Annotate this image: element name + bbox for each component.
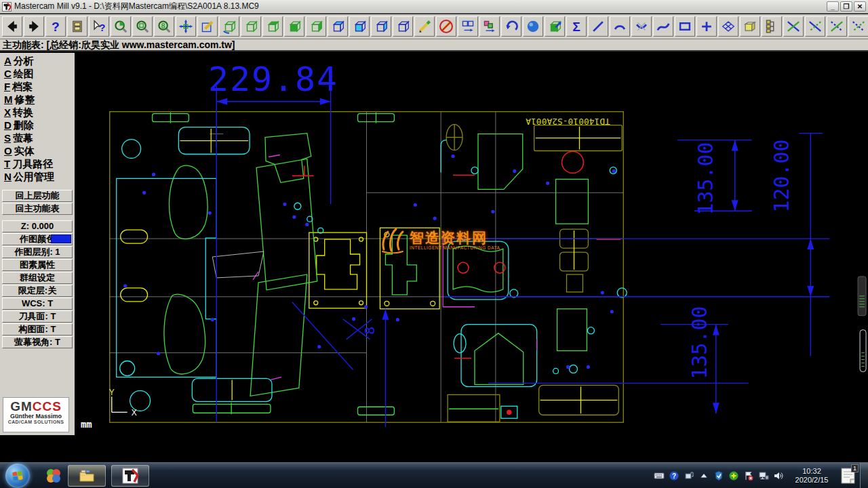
close-button[interactable]: ✕ — [854, 1, 866, 12]
rectangle-button[interactable] — [675, 16, 695, 37]
cplane-iso-button[interactable] — [393, 16, 413, 37]
window-title: Mastercam Mill v9.1 - D:\资料网Mastercam编程\… — [14, 1, 259, 12]
gview-side-button[interactable] — [306, 16, 326, 37]
delete-pencil-button[interactable] — [414, 16, 435, 37]
cplane-front-button[interactable] — [349, 16, 370, 37]
back-main-menu[interactable]: 回主功能表 — [2, 203, 73, 215]
network-tray-icon[interactable] — [757, 470, 769, 481]
fit-screen-button[interactable] — [176, 16, 196, 37]
file-cabinet-button[interactable] — [67, 16, 87, 37]
sigma-button[interactable]: Σ — [566, 16, 587, 37]
taskbar-clock[interactable]: 10:32 2020/2/15 — [787, 467, 837, 485]
sticky-note-icon[interactable]: 1 — [840, 466, 857, 485]
dim-right-lower: 135.00 — [688, 306, 711, 380]
action-flag-tray-icon[interactable] — [743, 470, 754, 481]
analyze-button[interactable]: ? — [89, 16, 109, 37]
solid-box-button[interactable] — [740, 16, 760, 37]
dim-right-upper: 135.00 — [694, 142, 717, 215]
point-button[interactable] — [696, 16, 717, 37]
note-badge: 1 — [851, 464, 859, 472]
green-plus-tray-icon[interactable] — [728, 470, 739, 481]
tool-plane[interactable]: 刀具面: T — [2, 310, 73, 323]
sidebar-item-c[interactable]: C绘图 — [1, 67, 73, 80]
levels-button[interactable] — [762, 16, 782, 37]
start-button[interactable] — [5, 464, 30, 488]
cad-drawing: 229.84 135.00 120.00 135.00 8 TD140010-S… — [75, 53, 868, 462]
volume-tray-icon[interactable] — [772, 470, 784, 481]
limit-level[interactable]: 限定层:关 — [2, 285, 73, 297]
dynamic-rotate-button[interactable] — [219, 16, 239, 37]
sidebar-item-n[interactable]: N公用管理 — [1, 170, 73, 183]
shade-sphere-button[interactable] — [523, 16, 543, 37]
draw-color-swatch[interactable] — [51, 235, 71, 243]
folder-icon — [78, 467, 96, 485]
sidebar-item-d[interactable]: D删除 — [1, 119, 73, 131]
forward-button[interactable] — [24, 16, 44, 37]
axis-y-label: Y — [109, 388, 115, 397]
svg-text:Σ: Σ — [572, 20, 580, 34]
title-bar: Mastercam Mill v9.1 - D:\资料网Mastercam编程\… — [0, 0, 868, 14]
zoom-eight-button[interactable]: 8 — [154, 16, 174, 37]
sidebar-item-f[interactable]: F档案 — [1, 80, 73, 93]
group-settings[interactable]: 群组设定 — [2, 272, 73, 284]
restore-window-tray-icon[interactable] — [683, 470, 694, 481]
sidebar-item-x[interactable]: X转换 — [1, 106, 73, 119]
ime-help-tray-icon[interactable]: ? — [668, 470, 679, 481]
repaint-button[interactable] — [197, 16, 218, 37]
draw-level[interactable]: 作图层别: 1 — [2, 246, 73, 258]
trim-divide-button[interactable] — [827, 16, 847, 37]
help-button[interactable]: ? — [45, 16, 66, 37]
trim-two-button[interactable] — [805, 16, 825, 37]
cplane-side-button[interactable] — [371, 16, 391, 37]
back-up-level[interactable]: 回上层功能 — [2, 190, 73, 202]
dim-small: 8 — [362, 327, 378, 335]
sidebar-item-a[interactable]: A分析 — [1, 54, 73, 67]
chevron-up-tray-icon[interactable] — [698, 470, 709, 481]
minimize-button[interactable]: _ — [827, 1, 839, 12]
arc-button[interactable] — [610, 16, 630, 37]
trim-break-button[interactable] — [848, 16, 868, 37]
entity-attributes[interactable]: 图素属性 — [2, 259, 73, 271]
taskbar-explorer-button[interactable] — [68, 465, 106, 487]
spline-button[interactable] — [653, 16, 673, 37]
edge-widgets — [858, 277, 866, 372]
zoom-window-button[interactable] — [132, 16, 153, 37]
show-desktop-button[interactable] — [860, 463, 868, 488]
browser-quick-icon[interactable] — [45, 467, 62, 485]
construction-plane[interactable]: 构图面: T — [2, 323, 73, 336]
copy-entities-button[interactable] — [479, 16, 500, 37]
graphics-canvas[interactable]: 229.84 135.00 120.00 135.00 8 TD140010-S… — [75, 53, 868, 462]
gview-top-button[interactable] — [262, 16, 283, 37]
undelete-button[interactable] — [436, 16, 456, 37]
svg-text:?: ? — [671, 472, 675, 479]
graphics-view[interactable]: 萤幕视角: T — [2, 336, 73, 348]
surface-patch-button[interactable] — [718, 16, 738, 37]
shield-tray-icon[interactable] — [713, 470, 724, 481]
gview-iso-button[interactable] — [241, 16, 261, 37]
sidebar-item-s[interactable]: S萤幕 — [1, 131, 73, 144]
undo-button[interactable] — [501, 16, 521, 37]
gview-front-button[interactable] — [284, 16, 304, 37]
back-button[interactable] — [2, 16, 22, 37]
sidebar-menu: A分析C绘图F档案M修整X转换D删除S萤幕O实体T刀具路径N公用管理 — [1, 54, 73, 183]
restore-button[interactable]: ❐ — [840, 1, 852, 12]
keyboard-tray-icon[interactable] — [653, 470, 665, 481]
sidebar-item-m[interactable]: M修整 — [1, 93, 73, 106]
draw-color[interactable]: 作图颜色 — [2, 233, 73, 245]
wcs[interactable]: WCS: T — [2, 298, 73, 310]
line-button[interactable] — [588, 16, 608, 37]
z-depth[interactable]: Z: 0.000 — [2, 220, 73, 232]
trim-one-button[interactable] — [783, 16, 804, 37]
solid-cube-button[interactable] — [545, 16, 565, 37]
sidebar-item-t[interactable]: T刀具路径 — [1, 157, 73, 170]
mastercam-taskbar-icon — [121, 467, 139, 485]
sidebar-item-o[interactable]: O实体 — [1, 144, 73, 157]
svg-text:8: 8 — [161, 22, 165, 30]
dim-right-outer: 120.00 — [770, 139, 793, 212]
copy-next-button[interactable] — [458, 16, 478, 37]
trim-curve-button[interactable] — [631, 16, 652, 37]
cplane-top-button[interactable] — [328, 16, 348, 37]
taskbar-mastercam-button[interactable] — [111, 465, 149, 487]
toolbar: ??8Σ — [0, 14, 868, 39]
zoom-button[interactable] — [111, 16, 131, 37]
